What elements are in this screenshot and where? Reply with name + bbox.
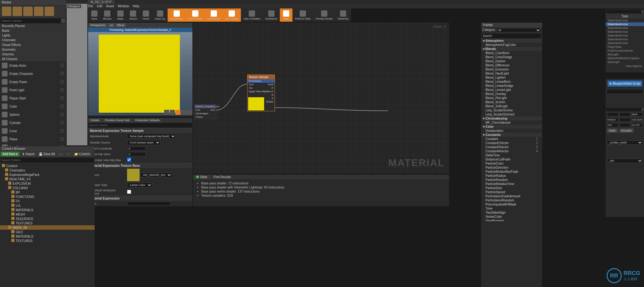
search-icon[interactable] [641, 10, 643, 13]
type-column-header[interactable]: Type [606, 14, 644, 19]
texture-sample-node[interactable]: Texture Sample Previewing UVsRGB TexR Ap… [247, 75, 275, 111]
place-mode-icon[interactable] [2, 7, 11, 16]
palette-item[interactable]: ViewProperty [481, 219, 542, 221]
palette-item[interactable]: Blend_LinearLight [481, 88, 542, 92]
sphere-shape-icon[interactable] [170, 110, 175, 115]
outliner-item[interactable]: StaticMeshActor [606, 30, 644, 34]
palette-item[interactable]: DeltaTime [481, 153, 542, 157]
blueprint-add-script-button[interactable]: ⚙ Blueprint/Add Script [608, 81, 642, 87]
landscape-mode-icon[interactable] [23, 7, 33, 16]
actor-item[interactable]: Point Lighti [0, 86, 66, 94]
folder-item[interactable]: REALTIME_FX [0, 177, 95, 181]
outliner-item[interactable]: StaticMeshActor [606, 37, 644, 41]
mode-category[interactable]: All Classes [0, 57, 66, 61]
info-icon[interactable]: i [60, 64, 64, 67]
info-icon[interactable]: i [60, 121, 64, 125]
clean-up-button[interactable]: Clean Up [152, 8, 168, 22]
palette-item[interactable]: PerInstanceFadeAmount [481, 194, 542, 198]
palette-search[interactable]: Search [482, 34, 541, 38]
actor-item[interactable]: Spherei [0, 110, 66, 119]
perspective-dropdown[interactable]: Perspective [89, 23, 107, 27]
import-button[interactable]: ⬇ Import [20, 152, 36, 156]
section-header[interactable]: Material Expression [88, 196, 192, 201]
mobility-movable-button[interactable]: Movable [619, 128, 634, 133]
forward-button[interactable]: → [65, 152, 72, 156]
material-graph[interactable]: Zoom -2 MATERIAL SubUV_Function_UV UVsUV… [193, 23, 449, 174]
palette-item[interactable]: ParticleSize [481, 186, 542, 190]
mesh-shape-icon[interactable] [187, 110, 192, 115]
cube-shape-icon[interactable] [181, 110, 186, 115]
palette-item[interactable]: Blend_Screen [481, 100, 542, 104]
actor-item[interactable]: Conei [0, 127, 66, 135]
palette-item[interactable]: ParticleRandom [481, 178, 542, 182]
palette-item[interactable]: PerInstanceRandom [481, 198, 542, 202]
details-search[interactable]: Search Details [89, 123, 192, 127]
live-nodes-button[interactable]: Live Nodes [205, 8, 223, 22]
parameter-defaults-tab[interactable]: Parameter Defaults [133, 118, 162, 122]
palette-item[interactable]: ParticleSpeed [481, 190, 542, 194]
outliner-item[interactable]: PostProcessVolume [606, 49, 644, 53]
mode-category[interactable]: Basic [0, 28, 66, 33]
actor-item[interactable]: Player Starti [0, 94, 66, 102]
component-search-input[interactable] [606, 89, 643, 94]
static-mesh-dropdown[interactable]: _smoke_mesh [607, 140, 643, 145]
info-icon[interactable]: i [60, 137, 64, 141]
mode-category[interactable]: Geometry [0, 47, 66, 52]
palette-item[interactable]: Constant3Vector3 [481, 145, 542, 149]
palette-item[interactable]: Blend_HardLight [481, 71, 542, 76]
mode-category[interactable]: Visual Effects [0, 42, 66, 47]
rotation-z-input[interactable] [631, 118, 643, 122]
info-icon[interactable]: i [60, 129, 64, 133]
mode-category[interactable]: Recently Placed [0, 24, 66, 28]
show-dropdown[interactable]: Show [115, 23, 126, 27]
default-meshpaint-checkbox[interactable] [127, 190, 131, 194]
section-header[interactable]: Material Expression Texture Sample [88, 128, 192, 133]
actor-item[interactable]: Cubei [0, 102, 66, 110]
lit-dropdown[interactable]: Lit [108, 23, 115, 27]
palette-item[interactable]: ParticleRelativeTime [481, 182, 542, 186]
section-header[interactable]: Material Expression Texture Base [88, 163, 192, 168]
texture-thumbnail[interactable] [127, 169, 140, 181]
outliner-item[interactable]: StaticMeshActor [606, 34, 644, 37]
content-path-button[interactable]: 📁 Content [72, 152, 92, 156]
location-y-input[interactable] [619, 112, 631, 116]
palette-section-header[interactable]: ▾ Color [481, 125, 542, 129]
search-button[interactable]: Search [127, 8, 140, 22]
subuv-function-node[interactable]: SubUV_Function_UV UVsUVs SubImages Frame [194, 104, 216, 119]
material-dropdown[interactable]: _MV [607, 159, 643, 163]
back-button[interactable]: ← [57, 152, 64, 156]
palette-item[interactable]: Blend_Overlay [481, 92, 542, 96]
find-results-tab[interactable]: Find Results [210, 175, 234, 179]
folder-item[interactable]: TEXTURES [0, 221, 95, 225]
location-x-input[interactable] [607, 112, 619, 116]
outliner-item[interactable]: StaticMeshActor [606, 22, 644, 26]
plane-shape-icon[interactable] [175, 110, 180, 115]
menu-asset[interactable]: Asset [106, 4, 114, 8]
outliner-item[interactable]: SpotLight [606, 60, 644, 64]
palette-item[interactable]: DistanceCullFade [481, 157, 542, 161]
menu-window[interactable]: Window [118, 4, 129, 8]
scale-x-input[interactable] [607, 123, 619, 127]
outliner-item[interactable]: SphereReflectionCapture [606, 56, 644, 60]
outliner-item[interactable]: PlayerStart [606, 45, 644, 49]
menu-help[interactable]: Help [133, 4, 139, 8]
category-dropdown[interactable]: All [497, 28, 541, 32]
mobility-static-button[interactable]: Static [607, 128, 618, 133]
menu-file[interactable]: File [88, 4, 93, 8]
mode-category[interactable]: Volumes [0, 52, 66, 57]
stats-button[interactable]: Stats [280, 8, 292, 22]
sampler-type-dropdown[interactable]: Linear Color [127, 183, 152, 188]
info-icon[interactable]: i [60, 88, 64, 92]
folder-item[interactable]: BP [0, 190, 95, 194]
texture-asset-dropdown[interactable]: MV_SMOKE_8x16 [141, 172, 172, 177]
cylinder-shape-icon[interactable] [164, 110, 169, 115]
info-icon[interactable]: i [60, 72, 64, 76]
scale-y-input[interactable] [619, 123, 631, 127]
actor-item[interactable]: Empty Characteri [0, 70, 66, 78]
browse-button[interactable]: Browse [101, 8, 114, 22]
save-all-button[interactable]: 💾 Save All [37, 152, 57, 156]
const-mip-input[interactable] [127, 152, 146, 156]
outliner-search-input[interactable] [606, 10, 641, 13]
folder-item[interactable]: Cinematics [0, 168, 95, 172]
mode-category[interactable]: Cinematic [0, 38, 66, 42]
